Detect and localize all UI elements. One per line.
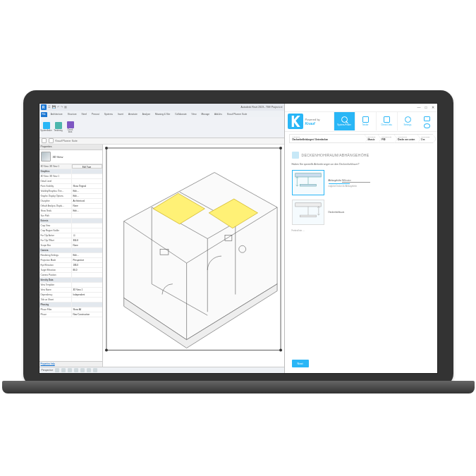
qat-redo-icon[interactable]: ↷ bbox=[61, 105, 63, 109]
option-label: Abhängehöhe bbox=[329, 179, 342, 182]
laptop-frame: R ☰ 💾 ↶ ↷ ▦ Autodesk Revit 2023 - TSE Pr… bbox=[23, 90, 453, 386]
property-value[interactable]: 186.0 bbox=[72, 263, 102, 267]
edit-type-button[interactable]: Edit Type bbox=[72, 164, 102, 169]
mail-icon[interactable] bbox=[424, 116, 430, 121]
property-value[interactable] bbox=[72, 174, 102, 178]
svg-rect-12 bbox=[295, 173, 321, 176]
ribbon-tab[interactable]: Knauf Planner Suite bbox=[226, 112, 248, 117]
nav-check-data[interactable]: Check Data bbox=[376, 112, 397, 130]
plugin-window-controls: — □ ✕ bbox=[285, 104, 437, 112]
property-value[interactable]: Perspective bbox=[72, 258, 102, 262]
check-icon bbox=[384, 116, 390, 123]
svg-point-10 bbox=[104, 348, 107, 351]
ribbon-tab[interactable]: View bbox=[190, 112, 198, 117]
info-icon[interactable] bbox=[424, 123, 430, 128]
property-key: Phase Filter bbox=[39, 307, 72, 312]
ribbon-tab[interactable]: Analyze bbox=[141, 112, 152, 117]
property-value[interactable]: Show Original bbox=[72, 184, 102, 188]
property-value[interactable]: 86.0 bbox=[72, 268, 102, 272]
property-value[interactable]: New Construction bbox=[72, 312, 102, 317]
ribbon-tab[interactable]: Architecture bbox=[49, 112, 64, 117]
property-value[interactable]: Independent bbox=[72, 293, 102, 297]
ribbon-tab[interactable]: Massing & Site bbox=[154, 112, 171, 117]
svg-rect-14 bbox=[300, 184, 316, 186]
property-value[interactable]: Edit… bbox=[72, 194, 102, 198]
nav-tender[interactable]: Tender bbox=[355, 112, 376, 130]
property-value[interactable] bbox=[72, 224, 102, 228]
qat-undo-icon[interactable]: ↶ bbox=[57, 105, 59, 109]
option-input[interactable] bbox=[342, 179, 370, 183]
freitext-label: Freitext hier … bbox=[292, 229, 430, 232]
option-abhaengehoehe[interactable]: Abhängehöhe mögliche Decken für Abhängeh… bbox=[292, 170, 430, 195]
ribbon-panel: Systemfinder Tendering Check data bbox=[39, 117, 284, 138]
ribbon-tab[interactable]: Insert bbox=[116, 112, 125, 117]
plugin-nav: System-Finder Tender Check Data Settings bbox=[334, 112, 418, 130]
property-value[interactable]: Architectural bbox=[72, 199, 102, 203]
property-value[interactable] bbox=[72, 179, 102, 183]
property-key: Eye Elevation bbox=[39, 263, 72, 267]
ribbon-button-tendering[interactable]: Tendering bbox=[54, 120, 63, 134]
qat-icon[interactable]: ▦ bbox=[64, 105, 67, 109]
property-key: Sun Path bbox=[39, 214, 72, 218]
property-value[interactable]: 304.8 bbox=[72, 238, 102, 243]
property-value[interactable] bbox=[72, 273, 102, 277]
property-key: 3D View: 3D View 1 bbox=[39, 174, 72, 178]
ribbon-tab[interactable]: Systems bbox=[103, 112, 114, 117]
status-icon[interactable] bbox=[87, 368, 91, 372]
3d-viewport[interactable] bbox=[103, 145, 284, 367]
ribbon-tabs: File Architecture Structure Steel Precas… bbox=[39, 111, 284, 117]
svg-rect-16 bbox=[295, 202, 321, 206]
maximize-icon[interactable]: □ bbox=[425, 105, 427, 109]
ribbon-tab[interactable]: Collaborate bbox=[173, 112, 188, 117]
property-key: Target Elevation bbox=[39, 268, 72, 272]
property-value[interactable]: Edit… bbox=[72, 209, 102, 213]
status-icon[interactable] bbox=[80, 368, 85, 372]
status-icon[interactable] bbox=[55, 368, 59, 372]
qat-icon[interactable]: ☰ bbox=[48, 105, 51, 109]
next-button[interactable]: Next bbox=[292, 360, 309, 367]
option-thumbnail bbox=[292, 170, 324, 195]
property-value[interactable]: None bbox=[72, 204, 102, 208]
properties-help-link[interactable]: Properties help bbox=[39, 361, 102, 367]
property-value[interactable]: Edit… bbox=[72, 253, 102, 257]
property-value[interactable]: Show All bbox=[72, 307, 102, 312]
nav-system-finder[interactable]: System-Finder bbox=[334, 112, 355, 130]
ribbon-tab[interactable]: Annotate bbox=[127, 112, 139, 117]
minimize-icon[interactable]: — bbox=[417, 105, 420, 109]
status-icon[interactable] bbox=[68, 368, 72, 372]
property-value[interactable] bbox=[72, 298, 102, 302]
file-tab[interactable]: File bbox=[41, 112, 47, 117]
status-icon[interactable] bbox=[93, 368, 97, 372]
ribbon-tab[interactable]: Add-Ins bbox=[213, 112, 224, 117]
status-icon[interactable] bbox=[61, 368, 66, 372]
breadcrumb: KategorieDeckenbekleidungen / Unterdecke… bbox=[285, 132, 437, 146]
property-value[interactable] bbox=[72, 214, 102, 218]
3d-floorplan-drawing bbox=[103, 145, 284, 354]
close-icon[interactable]: ✕ bbox=[432, 105, 434, 109]
ribbon-tab[interactable]: Manage bbox=[200, 112, 211, 117]
property-value[interactable] bbox=[72, 228, 102, 233]
ribbon-tab[interactable]: Steel bbox=[80, 112, 88, 117]
status-icon[interactable] bbox=[74, 368, 78, 372]
tool-icon[interactable] bbox=[49, 138, 54, 143]
brand-label: Powered by Knauf bbox=[305, 118, 320, 126]
svg-rect-18 bbox=[300, 215, 316, 217]
ribbon-tab[interactable]: Structure bbox=[66, 112, 78, 117]
breadcrumb-step[interactable]: KategorieDeckenbekleidungen / Unterdecke… bbox=[289, 134, 365, 143]
ribbon-tab[interactable]: Precast bbox=[90, 112, 101, 117]
property-key: Parts Visibility bbox=[39, 184, 72, 188]
property-value[interactable]: Edit… bbox=[72, 189, 102, 193]
property-value[interactable] bbox=[72, 283, 102, 287]
properties-type-selector[interactable]: 3D View bbox=[39, 150, 102, 164]
property-value[interactable]: ☑ bbox=[72, 233, 102, 238]
systemfinder-icon bbox=[43, 122, 50, 129]
qat-save-icon[interactable]: 💾 bbox=[52, 105, 56, 109]
ribbon-button-checkdata[interactable]: Check data bbox=[66, 120, 75, 134]
ribbon-button-systemfinder[interactable]: Systemfinder bbox=[42, 120, 51, 134]
property-key: Detail Level bbox=[39, 179, 72, 183]
tool-icon[interactable] bbox=[42, 138, 47, 143]
property-value[interactable]: 3D View 1 bbox=[72, 288, 102, 292]
option-deckenhohlraum[interactable]: Deckenhohlraum bbox=[292, 200, 430, 225]
property-value[interactable]: None bbox=[72, 243, 102, 248]
nav-settings[interactable]: Settings bbox=[397, 112, 418, 130]
